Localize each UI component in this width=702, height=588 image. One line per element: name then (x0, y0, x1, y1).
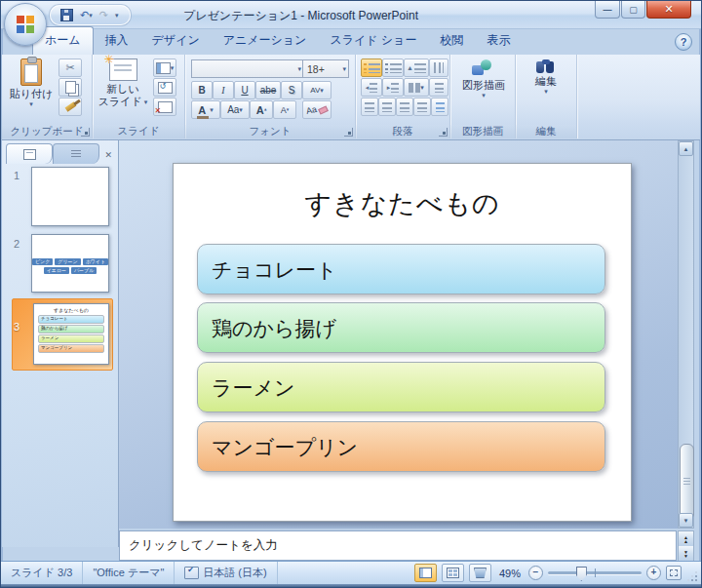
help-button[interactable]: ? (675, 33, 692, 51)
tab-animations[interactable]: アニメーション (212, 27, 319, 55)
notes-pane[interactable]: クリックしてノートを入力 (119, 530, 677, 561)
tab-design[interactable]: デザイン (140, 27, 212, 55)
scroll-down-button[interactable]: ▼ (679, 513, 693, 528)
editing-button[interactable]: 編集 ▾ (522, 59, 570, 125)
slide-1-thumbnail[interactable] (31, 167, 109, 226)
redo-button[interactable]: ↷ (98, 8, 110, 23)
text-shadow-button[interactable]: S (281, 81, 302, 99)
paste-button[interactable]: 貼り付け ▾ (9, 58, 54, 124)
scroll-up-button[interactable]: ▲ (679, 141, 693, 156)
drawing-button[interactable]: 図形描画 ▾ (457, 59, 510, 125)
editing-dropdown-arrow[interactable]: ▾ (544, 88, 548, 95)
numbering-button[interactable] (382, 59, 404, 77)
italic-button[interactable]: I (213, 81, 234, 99)
fit-slide-to-window-button[interactable] (666, 566, 682, 580)
format-painter-button[interactable] (58, 98, 82, 116)
office-button[interactable] (4, 3, 47, 46)
zoom-in-button[interactable]: + (646, 566, 661, 580)
zoom-out-button[interactable]: − (528, 566, 543, 580)
resize-grip[interactable] (685, 569, 699, 583)
layout-button[interactable]: ▾ (153, 59, 176, 77)
zoom-slider-thumb[interactable] (576, 567, 587, 581)
tab-outline[interactable] (53, 143, 99, 164)
slide-title[interactable]: すきなたべもの (174, 181, 631, 226)
new-slide-button[interactable]: 新しい スライド ▾ (98, 58, 147, 126)
grow-font-button[interactable]: A▾ (250, 100, 273, 119)
paste-dropdown-arrow[interactable]: ▾ (29, 100, 33, 107)
font-color-button[interactable]: A▾ (191, 100, 220, 119)
customize-qat-button[interactable]: ▾ (113, 8, 121, 23)
proofing-cell[interactable]: 日本語 (日本) (175, 562, 277, 584)
undo-button[interactable]: ↶▾ (78, 8, 95, 23)
next-slide-button[interactable]: ▼▼ (679, 546, 693, 562)
font-size-combo[interactable]: 18+ ▾ (302, 59, 349, 78)
convert-smartart-button[interactable] (431, 98, 448, 116)
slideshow-view-button[interactable] (469, 564, 491, 582)
ribbon: 貼り付け ▾ ✂ クリップボード 新しい スライド ▾ ▾ スライド (2, 55, 700, 140)
columns-dropdown-arrow[interactable]: ▾ (420, 84, 424, 91)
font-color-dropdown-arrow[interactable]: ▾ (210, 106, 214, 113)
justify-button[interactable] (413, 98, 431, 116)
drawing-dropdown-arrow[interactable]: ▾ (482, 92, 486, 98)
zoom-level[interactable]: 49% (499, 568, 521, 579)
slide-2-thumbnail[interactable]: ピンク グリーン ホワイト イエロー パープル (31, 234, 109, 293)
strikethrough-button[interactable]: abe (255, 81, 281, 99)
customize-qat-icon: ▾ (115, 12, 119, 19)
tab-view[interactable]: 表示 (475, 27, 522, 55)
shrink-font-button[interactable]: A▾ (273, 100, 296, 119)
line-spacing-button[interactable]: ▲ (404, 59, 429, 77)
decrease-indent-button[interactable]: ◂ (361, 78, 382, 97)
save-button[interactable] (58, 8, 75, 23)
align-left-button[interactable] (361, 98, 378, 116)
scrollbar-thumb[interactable] (680, 444, 694, 520)
underline-button[interactable]: U (234, 81, 255, 99)
cut-button[interactable]: ✂ (58, 59, 82, 77)
normal-view-button[interactable] (414, 564, 437, 582)
previous-slide-button[interactable]: ▲▲ (679, 531, 693, 547)
slide-canvas[interactable]: すきなたべもの チョコレート 鶏のから揚げ ラーメン マンゴープリン (173, 163, 632, 522)
clear-formatting-button[interactable]: Aa (302, 100, 332, 119)
bullets-button[interactable] (361, 59, 382, 77)
tab-slides-thumbnails[interactable] (6, 143, 53, 164)
paragraph-dialog-launcher[interactable] (439, 128, 448, 137)
reset-button[interactable] (153, 78, 176, 97)
panel-close-button[interactable]: ✕ (104, 150, 115, 164)
change-case-button[interactable]: Aa▾ (220, 100, 250, 119)
slide-item-karaage[interactable]: 鶏のから揚げ (197, 302, 605, 353)
copy-button[interactable] (58, 78, 82, 97)
new-slide-dropdown-arrow[interactable]: ▾ (144, 98, 148, 105)
zoom-slider[interactable] (548, 571, 642, 574)
font-dialog-launcher[interactable] (344, 128, 353, 137)
tab-review[interactable]: 校閲 (428, 27, 475, 55)
align-right-button[interactable] (396, 98, 413, 116)
minimize-button[interactable]: — (595, 1, 620, 19)
reset-icon (158, 82, 173, 94)
close-button[interactable]: ✕ (646, 1, 691, 19)
slide-sorter-button[interactable] (442, 564, 464, 582)
tab-insert[interactable]: 挿入 (94, 27, 140, 55)
character-spacing-dropdown-arrow[interactable]: ▾ (320, 87, 324, 94)
chip-yellow: イエロー (44, 267, 69, 274)
character-spacing-button[interactable]: AV▾ (302, 81, 332, 99)
notes-placeholder[interactable]: クリックしてノートを入力 (129, 537, 278, 554)
delete-slide-button[interactable] (153, 98, 176, 116)
columns-button[interactable]: ▾ (404, 78, 429, 97)
clipboard-dialog-launcher[interactable] (81, 128, 90, 137)
slide-item-chocolate[interactable]: チョコレート (197, 244, 605, 294)
change-case-dropdown-arrow[interactable]: ▾ (239, 106, 243, 113)
bold-button[interactable]: B (191, 81, 213, 99)
slide-item-ramen[interactable]: ラーメン (197, 362, 605, 412)
restore-button[interactable]: ▢ (621, 1, 645, 19)
slide-3-thumbnail[interactable]: すきなたべもの チョコレート 鶏のから揚げ ラーメン マンゴープリン (33, 303, 109, 365)
font-size-dropdown-arrow[interactable]: ▾ (342, 65, 346, 72)
align-center-button[interactable] (378, 98, 396, 116)
slide-item-mango-pudding[interactable]: マンゴープリン (197, 421, 605, 472)
vertical-scrollbar[interactable]: ▲ ▼ (678, 140, 694, 529)
undo-dropdown-arrow[interactable]: ▾ (89, 12, 93, 19)
font-name-dropdown-arrow[interactable]: ▾ (297, 65, 301, 72)
align-text-button[interactable] (429, 78, 448, 97)
text-direction-button[interactable] (429, 59, 448, 77)
font-name-combo[interactable]: ▾ (191, 59, 304, 78)
increase-indent-button[interactable]: ▸ (382, 78, 404, 97)
tab-slideshow[interactable]: スライド ショー (318, 27, 428, 55)
